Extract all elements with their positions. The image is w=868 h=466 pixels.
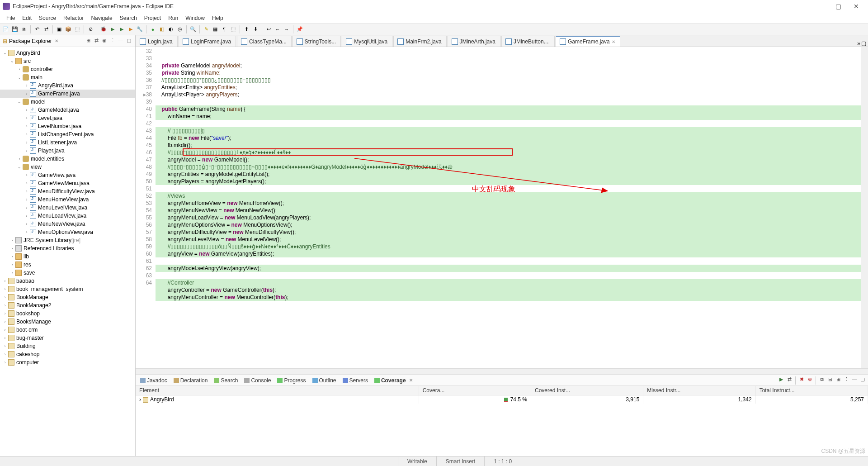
tree-node[interactable]: ›controller xyxy=(0,65,135,73)
bottom-tab-console[interactable]: Console xyxy=(241,376,274,385)
tree-node[interactable]: ›ListChangedEvent.java xyxy=(0,130,135,138)
tree-node[interactable]: ›BooksManage xyxy=(0,318,135,326)
forward-icon[interactable]: → xyxy=(283,25,291,33)
search-icon[interactable]: 🔍 xyxy=(189,25,197,33)
bottom-tab-outline[interactable]: Outline xyxy=(310,376,339,385)
tab-close-icon[interactable]: ✕ xyxy=(612,39,615,44)
tree-node[interactable]: ›bookshop xyxy=(0,309,135,318)
menu-run[interactable]: Run xyxy=(165,15,182,21)
menu-source[interactable]: Source xyxy=(35,15,60,21)
pin-icon[interactable]: 📌 xyxy=(296,25,304,33)
editor-tab[interactable]: LoginFrame.java xyxy=(179,36,236,47)
run-last-icon[interactable]: ▶ xyxy=(127,25,135,33)
editor-tab[interactable]: ClassTypeMa... xyxy=(237,36,292,47)
save-all-icon[interactable]: 🗎 xyxy=(20,25,28,33)
relaunch-icon[interactable]: ▶ xyxy=(778,376,785,384)
new-icon[interactable]: 📄 xyxy=(2,25,10,33)
tree-node[interactable]: ›boot-crm xyxy=(0,326,135,334)
menu-search[interactable]: Search xyxy=(116,15,141,21)
remove-session-icon[interactable]: ✖ xyxy=(798,376,805,384)
coverage-table[interactable]: ElementCovera...Covered Inst...Missed In… xyxy=(136,386,868,404)
menu-file[interactable]: File xyxy=(3,15,19,21)
presentation-icon[interactable]: ⊞ xyxy=(85,38,92,45)
tree-node[interactable]: ›baobao xyxy=(0,277,135,285)
tree-node[interactable]: ›JRE System Library [jre] xyxy=(0,236,135,244)
editor-tab[interactable]: GameFrame.java✕ xyxy=(556,36,620,47)
link-editor-icon[interactable]: ⇄ xyxy=(93,38,100,45)
skip-icon[interactable]: ⊘ xyxy=(86,25,94,33)
tree-node[interactable]: ⌄AngryBird xyxy=(0,49,135,57)
maximize-view-icon[interactable]: ▢ xyxy=(125,38,132,45)
maximize-button[interactable]: ▢ xyxy=(829,3,847,10)
tree-node[interactable]: ›computer xyxy=(0,358,135,366)
tree-node[interactable]: ›GameViewMenu.java xyxy=(0,179,135,187)
tree-node[interactable]: ⌄model xyxy=(0,98,135,106)
close-button[interactable]: ✕ xyxy=(847,3,865,10)
switch-icon[interactable]: ⇄ xyxy=(42,25,50,33)
expand-all-icon[interactable]: ⊞ xyxy=(835,376,842,384)
close-view-icon[interactable]: ✕ xyxy=(55,38,58,43)
bottom-tab-declaration[interactable]: Declaration xyxy=(171,376,211,385)
editor-tab[interactable]: MysqlUtil.java xyxy=(342,36,392,47)
tree-node[interactable]: ›MenuLevelView.java xyxy=(0,204,135,212)
editor-tab[interactable]: JMineArth.java xyxy=(448,36,500,47)
export-icon[interactable]: ⬚ xyxy=(73,25,81,33)
next-annotation-icon[interactable]: ⬇ xyxy=(251,25,259,33)
bottom-tab-coverage[interactable]: Coverage✕ xyxy=(372,376,415,385)
new-package-icon[interactable]: ◧ xyxy=(158,25,166,33)
save-icon[interactable]: 💾 xyxy=(11,25,19,33)
editor-tab[interactable]: StringTools... xyxy=(292,36,341,47)
tree-node[interactable]: ›Building xyxy=(0,342,135,350)
merge-sessions-icon[interactable]: ⧉ xyxy=(818,376,826,384)
open-type-icon[interactable]: ◎ xyxy=(176,25,184,33)
toggle-mark-icon[interactable]: ✎ xyxy=(202,25,210,33)
tree-node[interactable]: ›ListListener.java xyxy=(0,138,135,147)
editor-tab[interactable]: Login.java xyxy=(136,36,178,47)
menu-project[interactable]: Project xyxy=(141,15,165,21)
tree-node[interactable]: ⌄main xyxy=(0,73,135,81)
tree-node[interactable]: ›Player.java xyxy=(0,147,135,155)
new-interface-icon[interactable]: ◐ xyxy=(167,25,175,33)
tree-node[interactable]: ›lib xyxy=(0,252,135,261)
code-editor[interactable]: 323334353637▸383940414243444546474849505… xyxy=(136,47,868,368)
remove-all-sessions-icon[interactable]: ⊗ xyxy=(806,376,813,384)
code-content[interactable]: private GameModel angryModel; private St… xyxy=(156,47,861,368)
editor-tab[interactable]: MainFrm2.java xyxy=(393,36,446,47)
view-menu2-icon[interactable]: ⋮ xyxy=(843,376,850,384)
coverage-run-icon[interactable]: ▶ xyxy=(118,25,126,33)
tree-node[interactable]: ›BookManage2 xyxy=(0,301,135,309)
tree-node[interactable]: ›model.entities xyxy=(0,155,135,163)
maximize-editor-icon[interactable]: ▢ xyxy=(861,40,866,47)
editor-tab[interactable]: JMineButton.... xyxy=(501,36,555,47)
package-icon[interactable]: 📦 xyxy=(64,25,72,33)
tree-node[interactable]: ›bug-master xyxy=(0,334,135,342)
coverage-row[interactable]: ›AngryBird74.5 %3,9151,3425,257 xyxy=(136,395,868,404)
minimize-view-icon[interactable]: — xyxy=(117,38,124,45)
tree-node[interactable]: ›book_management_system xyxy=(0,285,135,293)
link-coverage-icon[interactable]: ⇄ xyxy=(786,376,793,384)
show-list-icon[interactable]: » xyxy=(857,40,860,47)
maximize-panel-icon[interactable]: ▢ xyxy=(859,376,866,384)
last-edit-icon[interactable]: ↩ xyxy=(264,25,273,33)
focus-icon[interactable]: ◉ xyxy=(101,38,108,45)
menu-help[interactable]: Help xyxy=(208,15,227,21)
tree-node[interactable]: ›GameFrame.java xyxy=(0,90,135,98)
tree-node[interactable]: ›cakeshop xyxy=(0,350,135,358)
close-tab-icon[interactable]: ✕ xyxy=(409,378,413,383)
tree-node[interactable]: ›AngryBird.java xyxy=(0,81,135,90)
undo-icon[interactable]: ↶ xyxy=(33,25,41,33)
bottom-tab-progress[interactable]: Progress xyxy=(274,376,308,385)
menu-window[interactable]: Window xyxy=(182,15,208,21)
tree-node[interactable]: ›Level.java xyxy=(0,114,135,122)
terminal-icon[interactable]: ▣ xyxy=(55,25,63,33)
tree-node[interactable]: ›Referenced Libraries xyxy=(0,244,135,252)
toggle-word-wrap-icon[interactable]: ⬚ xyxy=(229,25,237,33)
tree-node[interactable]: ›GameView.java xyxy=(0,171,135,179)
tree-node[interactable]: ⌄view xyxy=(0,163,135,171)
minimize-panel-icon[interactable]: — xyxy=(851,376,858,384)
tree-node[interactable]: ›GameModel.java xyxy=(0,106,135,114)
ext-tools-icon[interactable]: 🔧 xyxy=(136,25,144,33)
debug-icon[interactable]: 🐞 xyxy=(99,25,108,33)
tree-node[interactable]: ›MenuDifficultyView.java xyxy=(0,187,135,195)
new-class-icon[interactable]: ● xyxy=(149,25,157,33)
